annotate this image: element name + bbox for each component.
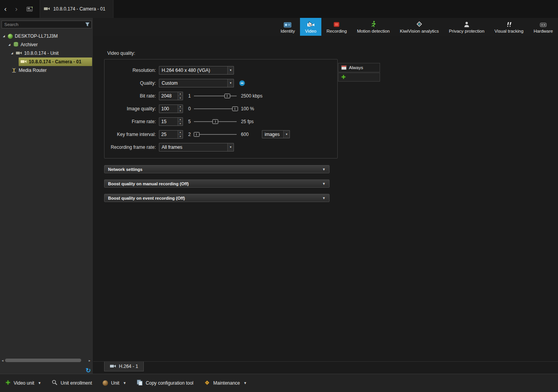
image-quality-slider[interactable] — [194, 106, 237, 112]
section-label: Boost quality on manual recording (Off) — [108, 181, 189, 186]
bit-rate-stepper[interactable]: ▲▼ — [178, 92, 183, 100]
maintenance-icon — [204, 380, 210, 387]
tree-item-camera-01[interactable]: 10.8.0.174 - Camera - 01 — [19, 57, 92, 66]
mouse-cursor — [309, 21, 313, 28]
frame-rate-slider[interactable] — [194, 119, 237, 124]
unit-enrollment-button[interactable]: Unit enrollment — [52, 380, 92, 387]
quality-value: Custom — [159, 79, 227, 87]
scroll-right-icon[interactable]: ▸ — [87, 359, 92, 362]
media-router-icon — [11, 67, 17, 74]
video-unit-dropdown-icon[interactable]: ▼ — [38, 381, 41, 385]
tab-motion-detection[interactable]: Motion detection — [352, 18, 395, 36]
tree-item-label: DESKTOP-LL71J3M — [15, 33, 58, 39]
chevron-down-icon[interactable]: ▾ — [227, 66, 234, 74]
image-quality-stepper[interactable]: ▲▼ — [178, 105, 183, 113]
stream-tab-h264[interactable]: H.264 - 1 — [104, 362, 144, 371]
config-tab-bar: Identity Video Recording Motion detectio… — [93, 18, 558, 36]
video-unit-button[interactable]: Video unit — [5, 380, 34, 386]
chevron-down-icon[interactable]: ▾ — [227, 143, 234, 151]
frame-rate-stepper[interactable]: ▲▼ — [178, 118, 183, 125]
stream-tab-label: H.264 - 1 — [119, 364, 138, 369]
chevron-down-icon: ▼ — [322, 196, 326, 200]
section-boost-manual-recording[interactable]: Boost quality on manual recording (Off) … — [104, 179, 330, 188]
refresh-icon[interactable]: ↻ — [86, 367, 91, 374]
tasks-icon[interactable] — [26, 6, 33, 12]
tab-hardware[interactable]: Hardware — [528, 18, 558, 36]
resolution-select[interactable]: H.264 640 x 480 (VGA) ▾ — [159, 66, 234, 75]
key-frame-interval-slider-handle[interactable] — [194, 132, 199, 137]
chevron-down-icon[interactable]: ▾ — [227, 79, 234, 87]
horizontal-scrollbar[interactable]: ◂ ▸ — [0, 357, 92, 363]
filter-icon[interactable] — [84, 22, 91, 27]
server-icon — [8, 34, 13, 39]
task-tab-camera[interactable]: 10.8.0.174 - Camera - 01 — [40, 0, 113, 18]
tree-item-archiver[interactable]: ◢ Archiver — [0, 40, 92, 49]
visual-tracking-icon — [506, 20, 512, 28]
expander-icon[interactable]: ◢ — [2, 35, 6, 38]
copy-icon — [137, 380, 143, 387]
chevron-down-icon: ▼ — [322, 182, 326, 186]
tree-item-desktop[interactable]: ◢ DESKTOP-LL71J3M — [0, 32, 92, 40]
tab-visual-tracking[interactable]: Visual tracking — [490, 18, 529, 36]
schedule-label: Always — [349, 65, 363, 70]
search-input[interactable] — [2, 22, 84, 27]
key-frame-interval-value[interactable]: 25 — [159, 131, 178, 138]
key-frame-unit-select[interactable]: images ▾ — [262, 130, 290, 138]
key-frame-interval-slider[interactable] — [194, 132, 237, 137]
expander-icon[interactable]: ◢ — [7, 43, 11, 46]
add-icon — [341, 74, 346, 81]
section-label: Network settings — [108, 167, 143, 172]
image-quality-value[interactable]: 100 — [159, 105, 178, 113]
entity-tree: ◢ DESKTOP-LL71J3M ◢ Archiver ◢ 10.8.0.17… — [0, 32, 92, 75]
chevron-down-icon[interactable]: ▾ — [283, 131, 289, 138]
unit-dropdown-icon[interactable]: ▼ — [123, 381, 126, 385]
image-quality-slider-handle[interactable] — [232, 106, 238, 111]
key-frame-interval-stepper[interactable]: ▲▼ — [178, 131, 183, 138]
bit-rate-slider-handle[interactable] — [224, 94, 230, 98]
unit-label: Unit — [111, 380, 119, 386]
search-box[interactable] — [2, 21, 92, 28]
bit-rate-slider[interactable] — [194, 93, 237, 99]
stream-tab-strip — [93, 361, 558, 362]
frame-rate-input[interactable]: 15 ▲▼ — [159, 117, 183, 126]
tab-identity[interactable]: Identity — [276, 18, 300, 36]
tab-privacy-protection[interactable]: Privacy protection — [444, 18, 489, 36]
schedule-tab-always[interactable]: Always — [338, 63, 380, 72]
frame-rate-value[interactable]: 15 — [159, 118, 178, 125]
section-label: Boost quality on event recording (Off) — [108, 196, 185, 200]
section-boost-event-recording[interactable]: Boost quality on event recording (Off) ▼ — [104, 194, 330, 202]
bottom-toolbar: Video unit ▼ Unit enrollment Unit ▼ Copy… — [0, 374, 558, 392]
back-button[interactable]: ‹ — [0, 0, 11, 18]
tree-item-unit[interactable]: ◢ 10.8.0.174 - Unit — [0, 49, 92, 57]
scrollbar-track[interactable] — [5, 358, 87, 363]
frame-rate-slider-handle[interactable] — [213, 119, 218, 124]
video-quality-heading: Video quality: — [107, 51, 135, 56]
remove-custom-quality-button[interactable] — [239, 80, 245, 86]
tab-recording[interactable]: Recording — [321, 18, 352, 36]
quality-select[interactable]: Custom ▾ — [159, 79, 234, 87]
entity-tree-sidebar: ◢ DESKTOP-LL71J3M ◢ Archiver ◢ 10.8.0.17… — [0, 18, 93, 374]
maintenance-dropdown-icon[interactable]: ▼ — [244, 381, 247, 385]
copy-configuration-tool-button[interactable]: Copy configuration tool — [137, 380, 194, 387]
add-schedule-button[interactable] — [338, 73, 380, 82]
scrollbar-thumb[interactable] — [5, 359, 81, 362]
forward-button[interactable]: › — [11, 0, 22, 18]
scroll-left-icon[interactable]: ◂ — [0, 359, 5, 362]
unit-button[interactable]: Unit — [103, 380, 119, 386]
maintenance-button[interactable]: Maintenance — [204, 380, 240, 387]
bit-rate-value[interactable]: 2048 — [159, 92, 178, 100]
key-frame-interval-input[interactable]: 25 ▲▼ — [159, 130, 183, 139]
window-title: 10.8.0.174 - Camera - 01 — [53, 6, 105, 12]
tree-item-media-router[interactable]: Media Router — [0, 66, 92, 75]
section-network-settings[interactable]: Network settings ▼ — [104, 165, 330, 173]
quality-label: Quality: — [105, 80, 156, 86]
image-quality-input[interactable]: 100 ▲▼ — [159, 105, 183, 113]
bit-rate-input[interactable]: 2048 ▲▼ — [159, 92, 183, 100]
frame-rate-max: 25 fps — [241, 119, 254, 124]
key-frame-interval-max: 600 — [241, 132, 249, 137]
resolution-label: Resolution: — [105, 68, 156, 73]
tab-kiwivision-analytics[interactable]: KiwiVision analytics — [395, 18, 444, 36]
tab-video[interactable]: Video — [300, 18, 321, 36]
recording-frame-rate-select[interactable]: All frames ▾ — [159, 143, 234, 152]
expander-icon[interactable]: ◢ — [10, 52, 14, 55]
